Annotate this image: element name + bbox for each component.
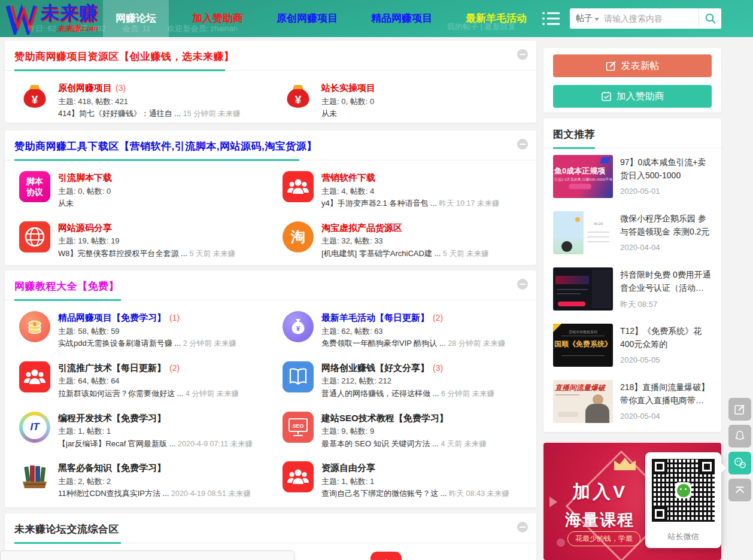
last-post-link[interactable]: y4】手游变声器2.1 各种语音包 ... — [321, 199, 437, 208]
forum-stats: 主题: 64, 帖数: 64 — [58, 375, 239, 387]
last-post-link[interactable]: 查询自己名下绑定的微信账号？这 ... — [321, 489, 447, 498]
forum-link[interactable]: 原创网赚项目 — [58, 81, 112, 95]
collapse-icon[interactable] — [517, 279, 528, 290]
forum-stats: 主题: 0, 帖数: 0 — [321, 96, 375, 108]
forum-link[interactable]: 站长实操项目 — [321, 81, 375, 95]
forum-item: ¥ 站长实操项目 主题: 0, 帖数: 0 从未 — [271, 75, 534, 126]
moneybag-icon: ¥ — [283, 311, 314, 342]
last-post-link[interactable]: 414】简七《好好赚钱》：通往自 ... — [58, 109, 181, 118]
calendar-check-icon — [601, 91, 612, 102]
link-tooltip — [0, 550, 294, 560]
last-post-meta: 2020-4-19 08:51 未来赚 — [171, 489, 251, 498]
last-post-never: 从未 — [58, 199, 74, 208]
forum-link[interactable]: 淘宝虚拟产品货源区 — [321, 221, 402, 235]
last-post-meta: 15 分钟前 未来赚 — [183, 109, 241, 118]
forum-link[interactable]: 网络创业赚钱【好文分享】 — [321, 361, 429, 375]
last-post-link[interactable]: [机电建筑] 零基础学ArchiCAD建 ... — [321, 249, 441, 258]
stat-new-member: 欢迎新会员: zhainan — [167, 23, 238, 34]
last-post-link[interactable]: W8】完整侠客群控授权平台全套源 ... — [58, 249, 187, 258]
wechat-icon — [733, 456, 747, 470]
svg-text:¥: ¥ — [32, 93, 38, 106]
list-item[interactable]: 直播间流量爆破 218】直播间流量爆破】带你直入直播电商带货核心... 2020… — [544, 373, 721, 430]
section-title: 赞助商网赚项目资源区【创业赚钱，选未来赚】 — [14, 51, 235, 62]
last-post-link[interactable]: 普通人的网络赚钱，还得这样做 ... — [321, 389, 439, 398]
forum-item: 淘 淘宝虚拟产品货源区 主题: 32, 帖数: 33 [机电建筑] 零基础学Ar… — [271, 215, 534, 266]
forum-link[interactable]: 最新羊毛活动【每日更新】 — [321, 311, 429, 325]
quick-post-button[interactable] — [728, 398, 751, 421]
forum-link[interactable]: 引流推广技术【每日更新】 — [58, 361, 166, 375]
forum-stats: 主题: 1, 帖数: 1 — [58, 425, 253, 437]
search-input[interactable] — [604, 14, 699, 23]
last-post-link[interactable]: 拉新群该如何运营？你需要做好这 ... — [58, 389, 183, 398]
post-title[interactable]: 微保小程序企鹅乐园 参与答题领现金 亲测0.2元 — [620, 212, 712, 238]
globe-icon — [19, 221, 50, 252]
list-item[interactable]: 抖音限时免费 0费用开通音企业号认证（活动截止... 昨天 08:57 — [544, 261, 721, 317]
last-post-link[interactable]: 免费领取一年酷狗豪华VIP 酷狗认 ... — [321, 339, 446, 348]
ad-line2: 海量课程 — [565, 509, 634, 531]
forum-stats-bar: 昨日: 62 帖子: 892 会员: 11 欢迎新会员: zhainan — [28, 23, 238, 34]
stat-posts: 帖子: 892 — [73, 23, 106, 34]
collapse-icon[interactable] — [517, 49, 528, 60]
my-posts-links[interactable]: 我的帖子 | 最新回复 — [447, 22, 516, 32]
forum-item: 网站源码分享 主题: 19, 帖数: 19 W8】完整侠客群控授权平台全套源 .… — [7, 215, 271, 266]
people-group-icon — [371, 552, 402, 560]
recommend-title: 图文推荐 — [553, 129, 595, 140]
qq-contact-button[interactable] — [728, 425, 751, 448]
post-thumbnail: 营销大师教程系列 国顺《免费系统》 — [553, 324, 613, 367]
list-item[interactable]: ¥0.20 微保小程序企鹅乐园 参与答题领现金 亲测0.2元 2020-04-0… — [544, 205, 721, 261]
forum-stats: 主题: 9, 帖数: 9 — [321, 425, 487, 437]
section-sponsor-tools: 赞助商网赚工具下载区【营销软件,引流脚本,网站源码,淘宝货源】 脚本协议 引流脚… — [5, 130, 536, 265]
collapse-icon[interactable] — [517, 139, 528, 150]
people-group-icon — [283, 171, 314, 202]
forum-item: 黑客必备知识【免费学习】 主题: 2, 帖数: 2 11种绕过CDN查找真实IP… — [7, 455, 271, 506]
section-sponsor-projects: 赞助商网赚项目资源区【创业赚钱，选未来赚】 ¥ 原创网赚项目(3) 主题: 41… — [5, 41, 536, 123]
last-post-meta: 28 分钟前 未来赚 — [448, 339, 505, 348]
it-icon: IT — [19, 412, 50, 443]
wechat-contact-button[interactable] — [728, 452, 751, 474]
list-item[interactable]: 鱼0成本正规项 引流1-3天见效果,日赚500~5000不等 97】0成本咸鱼引… — [544, 148, 721, 205]
people-group-icon — [19, 361, 50, 392]
forum-link[interactable]: 精品网赚项目【免费学习】 — [58, 311, 166, 325]
forum-link[interactable]: 黑客必备知识【免费学习】 — [58, 461, 166, 475]
svg-text:SEO: SEO — [292, 422, 303, 428]
forum-link[interactable]: 引流脚本下载 — [58, 171, 112, 185]
menu-list-icon[interactable] — [542, 11, 561, 26]
list-item[interactable]: 营销大师教程系列 国顺《免费系统》 T12】《免费系统》花400元众筹的 202… — [544, 317, 721, 373]
forum-item: 网络创业赚钱【好文分享】(3) 主题: 212, 帖数: 212 普通人的网络赚… — [271, 355, 534, 406]
wechat-qr-popup: 站长微信 — [645, 452, 721, 548]
forum-stats: 主题: 62, 帖数: 63 — [321, 325, 505, 337]
post-title[interactable]: 抖音限时免费 0费用开通音企业号认证（活动截止... — [620, 269, 712, 294]
forum-item: 脚本协议 引流脚本下载 主题: 0, 帖数: 0 从未 — [7, 165, 271, 215]
new-post-button[interactable]: 发表新帖 — [553, 54, 712, 77]
search-button[interactable] — [699, 8, 721, 29]
forum-link[interactable]: 编程开发技术【免费学习】 — [58, 412, 166, 425]
forum-stats: 主题: 2, 帖数: 2 — [58, 476, 251, 488]
post-title[interactable]: 218】直播间流量爆破】带你直入直播电商带货核心... — [620, 381, 712, 407]
last-post-meta: 5 天前 未来赚 — [190, 249, 235, 258]
post-date: 2020-05-04 — [620, 412, 712, 421]
post-date: 2020-05-05 — [620, 355, 712, 364]
forum-link[interactable]: 营销软件下载 — [321, 171, 375, 185]
last-post-link[interactable]: 最基本的 SEO 知识 关键词方法 ... — [321, 439, 439, 448]
forum-link[interactable]: 建站SEO技术教程【免费学习】 — [321, 412, 448, 425]
search-category-select[interactable]: 帖子 — [570, 13, 604, 24]
back-to-top-button[interactable] — [728, 479, 751, 501]
last-post-link[interactable]: 【jar反编译】Recaf 官网最新版 ... — [58, 439, 175, 448]
last-post-link[interactable]: 11种绕过CDN查找真实IP方法 ... — [58, 489, 169, 498]
pencil-square-icon — [734, 403, 746, 415]
forum-item: 营销软件下载 主题: 4, 帖数: 4 y4】手游变声器2.1 各种语音包 ..… — [271, 165, 534, 215]
post-thumbnail: 鱼0成本正规项 引流1-3天见效果,日赚500~5000不等 — [553, 155, 613, 198]
forum-link[interactable]: 网站源码分享 — [58, 221, 112, 235]
last-post-link[interactable]: 实战pdd无需换设备刷邀请新号赚 ... — [58, 339, 181, 348]
section-free-tutorials: 网赚教程大全【免费】 $ 精品网赚项目【免费学习】(1) 主题: 58, 帖数:… — [5, 270, 536, 507]
forum-item: IT 编程开发技术【免费学习】 主题: 1, 帖数: 1 【jar反编译】Rec… — [7, 406, 271, 456]
join-sponsor-button[interactable]: 加入赞助商 — [553, 85, 712, 108]
nav-original-projects[interactable]: 原创网赚项目 — [264, 0, 350, 37]
post-title[interactable]: T12】《免费系统》花400元众筹的 — [620, 325, 712, 351]
nav-premium-projects[interactable]: 精品网赚项目 — [359, 0, 445, 37]
forum-link[interactable]: 资源自由分享 — [321, 461, 375, 475]
collapse-icon[interactable] — [517, 522, 528, 532]
post-title[interactable]: 97】0成本咸鱼引流+卖货日入500-1000 — [620, 156, 712, 182]
svg-text:¥: ¥ — [295, 93, 302, 106]
open-book-icon — [283, 361, 314, 392]
